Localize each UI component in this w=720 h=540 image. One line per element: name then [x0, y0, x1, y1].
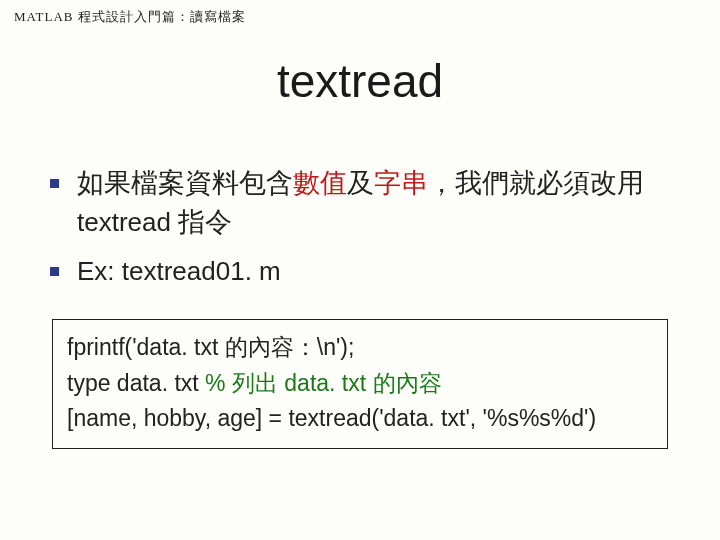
b1-red2: 字串	[374, 168, 428, 198]
c2a: type data. txt	[67, 370, 199, 396]
b1-part2: 及	[347, 168, 374, 198]
bullet-2-text: Ex: textread01. m	[77, 252, 281, 291]
b2-latin: Ex: textread01. m	[77, 256, 281, 286]
c2zh1: 列出	[232, 371, 278, 396]
c3: [name, hobby, age] = textread('data. txt…	[67, 405, 596, 431]
b1-part3: ，我們就必須改用	[428, 168, 644, 198]
c2zh2: 的內容	[373, 371, 442, 396]
bullet-square-icon	[50, 267, 59, 276]
b1-latin: textread	[77, 207, 171, 237]
code-line-2: type data. txt % 列出 data. txt 的內容	[67, 366, 653, 402]
b1-red1: 數值	[293, 168, 347, 198]
c2pct: %	[205, 370, 232, 396]
c2-comment: % 列出 data. txt 的內容	[205, 370, 441, 396]
page-header: MATLAB 程式設計入門篇：讀寫檔案	[14, 8, 706, 26]
c1b: \n');	[317, 334, 355, 360]
bullet-square-icon	[50, 179, 59, 188]
bullet-1-text: 如果檔案資料包含數值及字串，我們就必須改用 textread 指令	[77, 164, 686, 242]
bullet-item-1: 如果檔案資料包含數值及字串，我們就必須改用 textread 指令	[50, 164, 686, 242]
slide-title: textread	[14, 54, 706, 108]
bullet-item-2: Ex: textread01. m	[50, 252, 686, 291]
bullet-list: 如果檔案資料包含數值及字串，我們就必須改用 textread 指令 Ex: te…	[14, 164, 706, 291]
code-line-1: fprintf('data. txt 的內容：\n');	[67, 330, 653, 366]
c1zh: 的內容：	[225, 335, 317, 360]
c1a: fprintf('data. txt	[67, 334, 225, 360]
b1-part1: 如果檔案資料包含	[77, 168, 293, 198]
code-box: fprintf('data. txt 的內容：\n'); type data. …	[52, 319, 668, 449]
b1-part4: 指令	[171, 207, 232, 237]
c2mid: data. txt	[278, 370, 373, 396]
code-line-3: [name, hobby, age] = textread('data. txt…	[67, 401, 653, 436]
